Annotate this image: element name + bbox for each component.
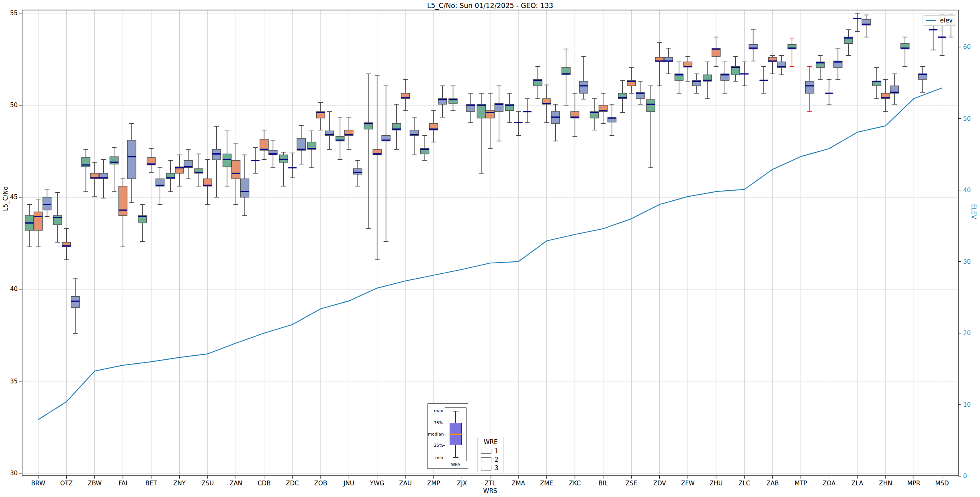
x-tick-label: ZME xyxy=(540,480,553,487)
inset-max-cap xyxy=(453,411,458,411)
inset-tick xyxy=(443,434,445,434)
x-tick-label: ZHN xyxy=(879,480,892,487)
box-wre2-FAI xyxy=(119,186,127,216)
box-wre3-JNU xyxy=(354,169,362,174)
x-tick-label: ZMA xyxy=(511,480,525,487)
x-tick-label: ZOB xyxy=(314,480,327,487)
box-wre3-MTP xyxy=(806,81,814,93)
x-tick-label: ZFW xyxy=(681,480,695,487)
y-right-tick-label: 40 xyxy=(963,187,971,194)
x-tick-label: CDB xyxy=(258,480,270,487)
y-left-tick-label: 30 xyxy=(10,470,18,477)
box-wre1-ZAN xyxy=(223,154,231,167)
x-tick-label: MSD xyxy=(935,480,949,487)
y-right-tick-label: 20 xyxy=(963,330,971,337)
x-tick-label: JNU xyxy=(343,480,354,487)
chart-svg: 3035404550550102030405060BRWOTZZBWFAIBET… xyxy=(0,0,980,497)
wre-legend-title: WRE xyxy=(478,438,503,446)
wre-legend-item-2: 2 xyxy=(478,455,503,464)
inset-lower-whisker xyxy=(455,445,456,458)
inset-label-median: median xyxy=(428,432,443,436)
x-tick-label: ZSU xyxy=(201,480,214,487)
x-tick-label: ZSE xyxy=(626,480,637,487)
box-wre3-ZSU xyxy=(212,149,221,160)
y-right-tick-label: 50 xyxy=(963,115,971,122)
inset-label-max: max xyxy=(428,408,443,413)
box-wre2-ZTL xyxy=(486,111,494,118)
box-wre1-ZDV xyxy=(647,100,655,112)
x-tick-label: ZKC xyxy=(569,480,581,487)
x-tick-label: ZLC xyxy=(739,480,750,487)
box-wre1-ZTL xyxy=(477,104,485,118)
box-wre2-CDB xyxy=(260,139,268,151)
x-tick-label: ZDV xyxy=(653,480,667,487)
x-tick-label: ZNY xyxy=(173,480,186,487)
wre-legend-item-1: 1 xyxy=(478,447,503,455)
figure: 3035404550550102030405060BRWOTZZBWFAIBET… xyxy=(0,0,980,497)
y-left-tick-label: 40 xyxy=(10,285,18,293)
x-tick-label: BRW xyxy=(31,480,45,487)
elev-line-sample xyxy=(926,20,936,21)
wre2-swatch xyxy=(481,457,491,462)
x-tick-label: ZAB xyxy=(766,480,779,487)
elev-legend: elev xyxy=(923,15,956,26)
x-tick-label: ZTL xyxy=(485,480,496,487)
x-tick-label: ZMP xyxy=(427,480,440,487)
x-tick-label: FAI xyxy=(119,480,127,487)
x-tick-label: YWG xyxy=(370,480,385,487)
y-left-tick-label: 50 xyxy=(10,102,18,109)
box-wre3-BRW xyxy=(43,197,51,210)
y-right-tick-label: 60 xyxy=(963,43,971,51)
chart-title: L5_C/No: Sun 01/12/2025 - GEO: 133 xyxy=(22,2,958,10)
inset-upper-whisker xyxy=(455,411,456,423)
inset-x-label: WRS xyxy=(445,462,466,467)
inset-label-min: min xyxy=(428,455,443,460)
inset-min-cap xyxy=(453,457,458,458)
y-left-tick-label: 45 xyxy=(10,194,18,201)
box-wre1-ZHN xyxy=(873,81,881,86)
x-tick-label: BET xyxy=(145,480,158,487)
boxplot-explainer-inset: max 75% median 25% min WRS xyxy=(428,403,468,469)
y-left-tick-label: 55 xyxy=(10,10,18,17)
x-tick-label: ZLA xyxy=(851,480,863,487)
x-tick-label: ZAN xyxy=(229,480,242,487)
x-tick-label: ZAU xyxy=(399,480,412,487)
box-wre2-BRW xyxy=(34,212,43,230)
x-tick-label: ZHU xyxy=(710,480,723,487)
y-axis-right-label: ELEV xyxy=(970,204,977,219)
x-axis-label: WRS xyxy=(22,487,958,495)
inset-tick xyxy=(443,458,445,458)
y-right-tick-label: 0 xyxy=(963,473,967,480)
x-tick-label: MPR xyxy=(907,480,920,487)
inset-label-25: 25% xyxy=(428,443,443,448)
elev-legend-label: elev xyxy=(940,17,953,24)
wre-legend-item-3: 3 xyxy=(478,464,503,472)
wre-legend: WRE 1 2 3 xyxy=(477,437,504,473)
box-wre1-FAI xyxy=(110,157,118,164)
x-tick-label: ZOA xyxy=(822,480,836,487)
x-tick-label: OTZ xyxy=(60,480,73,487)
wre1-swatch xyxy=(481,449,491,454)
x-tick-label: ZBW xyxy=(88,480,102,487)
y-axis-left-label: L5_C/No xyxy=(2,186,9,211)
box-wre3-OTZ xyxy=(71,297,80,308)
x-tick-label: BIL xyxy=(598,480,608,487)
box-wre3-FAI xyxy=(127,140,136,179)
box-wre3-ZKC xyxy=(579,81,588,93)
box-wre3-ZAN xyxy=(241,179,249,197)
box-wre3-ZDC xyxy=(297,139,305,151)
y-left-tick-label: 35 xyxy=(10,378,18,385)
wre2-label: 2 xyxy=(495,456,499,463)
x-tick-label: ZDC xyxy=(286,480,299,487)
wre3-swatch xyxy=(481,466,491,471)
inset-tick xyxy=(443,445,445,446)
x-tick-label: MTP xyxy=(795,480,807,487)
wre1-label: 1 xyxy=(495,448,499,455)
y-right-tick-label: 30 xyxy=(963,258,971,265)
y-right-tick-label: 10 xyxy=(963,401,971,408)
inset-tick xyxy=(443,411,445,411)
inset-median-line xyxy=(450,434,462,435)
x-tick-label: ZJX xyxy=(457,480,467,487)
wre3-label: 3 xyxy=(495,464,499,472)
inset-tick xyxy=(443,423,445,423)
